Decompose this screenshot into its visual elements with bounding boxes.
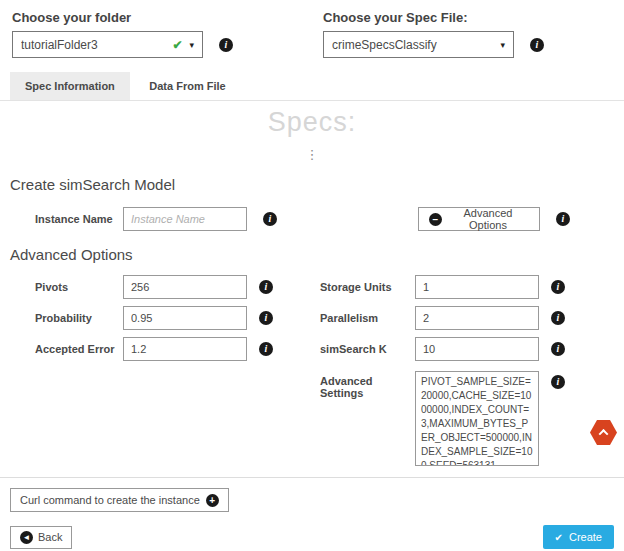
advanced-settings-textarea[interactable]: PIVOT_SAMPLE_SIZE=20000,CACHE_SIZE=10000… — [415, 371, 539, 466]
advanced-toggle-wrap: − Advanced Options i — [418, 207, 570, 231]
advanced-options-heading: Advanced Options — [10, 246, 624, 263]
chooser-header: Choose your folder tutorialFolder3 ✔ ▾ i… — [0, 0, 624, 58]
parallelism-input[interactable] — [415, 306, 539, 330]
folder-select[interactable]: tutorialFolder3 ✔ ▾ — [12, 31, 203, 58]
instance-name-row: Instance Name i − Advanced Options i — [35, 207, 624, 231]
accepted-error-row: Accepted Error i — [35, 337, 273, 361]
instance-name-label: Instance Name — [35, 213, 123, 225]
chevron-down-icon: ▾ — [500, 40, 505, 50]
curl-row: Curl command to create the instance + — [10, 488, 624, 512]
curl-command-label: Curl command to create the instance — [20, 494, 200, 506]
back-button[interactable]: ◄ Back — [10, 526, 72, 549]
advanced-options-info-icon[interactable]: i — [556, 212, 570, 226]
advanced-settings-row: Advanced Settings PIVOT_SAMPLE_SIZE=2000… — [320, 371, 565, 466]
accepted-error-info-icon[interactable]: i — [259, 342, 273, 356]
storage-units-label: Storage Units — [320, 281, 415, 293]
curl-command-button[interactable]: Curl command to create the instance + — [10, 488, 229, 512]
simsearch-k-info-icon[interactable]: i — [551, 342, 565, 356]
tab-bar: Spec Information Data From File — [0, 72, 624, 101]
pivots-input[interactable] — [123, 275, 247, 299]
parallelism-row: Parallelism i — [320, 306, 565, 330]
specs-area: Specs: ⋮ — [0, 107, 624, 161]
simsearch-k-label: simSearch K — [320, 343, 415, 355]
chevron-up-icon — [599, 429, 609, 439]
advanced-options-toggle-label: Advanced Options — [447, 207, 529, 231]
parallelism-info-icon[interactable]: i — [551, 311, 565, 325]
spec-file-select[interactable]: crimeSpecsClassify ▾ — [323, 31, 514, 58]
simsearch-k-input[interactable] — [415, 337, 539, 361]
folder-chooser: Choose your folder tutorialFolder3 ✔ ▾ i — [12, 10, 313, 58]
parallelism-label: Parallelism — [320, 312, 415, 324]
pivots-info-icon[interactable]: i — [259, 280, 273, 294]
accepted-error-input[interactable] — [123, 337, 247, 361]
loading-ellipsis-icon: ⋮ — [0, 148, 624, 161]
probability-info-icon[interactable]: i — [259, 311, 273, 325]
accepted-error-label: Accepted Error — [35, 343, 123, 355]
spec-file-info-icon[interactable]: i — [530, 38, 544, 52]
pivots-row: Pivots i — [35, 275, 273, 299]
chevron-down-icon: ▾ — [189, 40, 194, 50]
footer-actions: ◄ Back ✔ Create — [10, 525, 614, 549]
page: Choose your folder tutorialFolder3 ✔ ▾ i… — [0, 0, 624, 551]
advanced-options-grid: Pivots i Probability i Accepted Error i … — [0, 275, 624, 461]
simsearch-k-row: simSearch K i — [320, 337, 565, 361]
instance-name-input[interactable] — [123, 207, 247, 231]
folder-chooser-label: Choose your folder — [12, 10, 313, 25]
probability-input[interactable] — [123, 306, 247, 330]
advanced-settings-label: Advanced Settings — [320, 371, 415, 399]
pivots-label: Pivots — [35, 281, 123, 293]
create-button[interactable]: ✔ Create — [543, 525, 614, 549]
folder-valid-check-icon: ✔ — [172, 38, 182, 52]
create-model-heading: Create simSearch Model — [10, 176, 624, 193]
plus-circle-icon: + — [206, 494, 219, 507]
check-icon: ✔ — [555, 532, 563, 543]
storage-units-row: Storage Units i — [320, 275, 565, 299]
specs-title: Specs: — [0, 107, 624, 138]
probability-label: Probability — [35, 312, 123, 324]
folder-select-value: tutorialFolder3 — [21, 38, 172, 52]
storage-units-info-icon[interactable]: i — [551, 280, 565, 294]
advanced-options-toggle-button[interactable]: − Advanced Options — [418, 207, 540, 231]
probability-row: Probability i — [35, 306, 273, 330]
advanced-settings-info-icon[interactable]: i — [551, 375, 565, 389]
spec-file-chooser: Choose your Spec File: crimeSpecsClassif… — [313, 10, 614, 58]
advanced-left-column: Pivots i Probability i Accepted Error i — [35, 275, 273, 368]
minus-circle-icon: − — [429, 213, 442, 226]
instance-name-info-icon[interactable]: i — [263, 212, 277, 226]
storage-units-input[interactable] — [415, 275, 539, 299]
advanced-right-column: Storage Units i Parallelism i simSearch … — [320, 275, 565, 466]
footer-divider — [0, 477, 624, 478]
spec-file-select-value: crimeSpecsClassify — [332, 38, 500, 52]
tab-data-from-file[interactable]: Data From File — [134, 72, 240, 100]
tab-spec-information[interactable]: Spec Information — [10, 72, 130, 100]
create-button-label: Create — [569, 531, 602, 543]
folder-info-icon[interactable]: i — [219, 38, 233, 52]
back-arrow-icon: ◄ — [20, 531, 33, 544]
spec-file-chooser-label: Choose your Spec File: — [323, 10, 614, 25]
back-button-label: Back — [38, 531, 62, 543]
